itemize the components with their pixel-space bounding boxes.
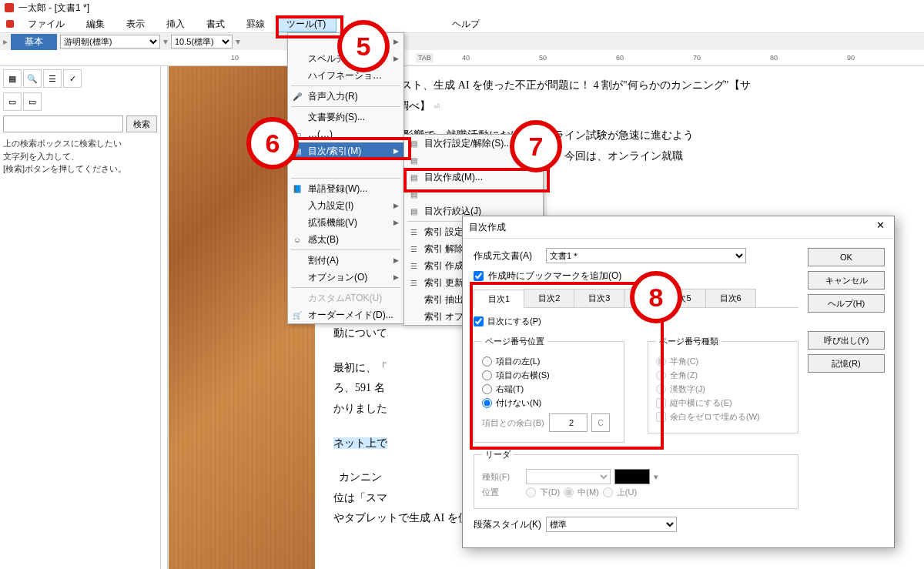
pp-left-radio[interactable] [482, 356, 492, 367]
font-select[interactable]: 游明朝(標準) [60, 35, 160, 49]
close-icon[interactable]: ✕ [872, 219, 888, 235]
menu-ruler[interactable]: 罫線 [236, 16, 276, 32]
menu-tools[interactable]: ツール(T) [276, 16, 336, 32]
search-input[interactable] [3, 115, 123, 132]
cart-icon: 🛒 [291, 309, 303, 321]
dict-icon: 📘 [291, 182, 303, 195]
search-button[interactable]: 検索 [126, 115, 157, 132]
leader-type-select [526, 469, 611, 484]
tools-item-hyphen[interactable]: ハイフネーショ… [288, 67, 403, 84]
dialog-title: 目次作成 [469, 221, 506, 234]
vertical-ruler [161, 66, 168, 569]
pt-zen-radio [656, 370, 666, 380]
make-toc-checkbox[interactable] [474, 316, 484, 326]
tab-toc6[interactable]: 目次6 [705, 289, 756, 307]
gap-input[interactable] [549, 413, 588, 432]
menu-help[interactable]: ヘルプ [441, 16, 490, 32]
tab-toc3[interactable]: 目次3 [574, 289, 624, 307]
tools-item-kanta[interactable]: ☺感太(B) [288, 231, 403, 248]
src-label: 作成元文書(A) [474, 249, 541, 263]
tools-item-summary[interactable]: 文書要約(S)... [288, 109, 403, 126]
pp-none-radio[interactable] [482, 398, 492, 408]
annotation-circle-7: 7 [510, 120, 562, 172]
tools-item-order[interactable]: 🛒オーダーメイド(D)... [288, 306, 403, 323]
ruler: TAB 10 20 30 40 50 60 70 80 90 [0, 50, 924, 66]
annotation-circle-5: 5 [337, 20, 390, 72]
make-toc-label: 目次にする(P) [487, 316, 541, 327]
tools-item-toc-index[interactable]: ▤目次/索引(M)▶ [288, 142, 403, 159]
titlebar: 一太郎 - [文書1 *] [0, 0, 924, 15]
pt-tate-check [656, 398, 666, 408]
sidebar: ▦ 🔍 ☰ ✓ ▭ ▭ 検索 上の検索ボックスに検索したい 文字列を入力して、 … [0, 66, 161, 569]
app-icon [6, 20, 14, 28]
gap-unit-button[interactable]: C [591, 413, 610, 432]
size-select[interactable]: 10.5(標準) [171, 35, 233, 49]
menu-insert[interactable]: 挿入 [156, 16, 196, 32]
recall-button[interactable]: 呼び出し(Y) [808, 331, 885, 350]
annotation-circle-6: 6 [246, 117, 299, 169]
toc-item-create[interactable]: ▤目次作成(M)... [404, 169, 543, 186]
tool-icon-2[interactable]: ▭ [23, 92, 42, 111]
parastyle-label: 段落スタイル(K) [474, 518, 541, 531]
menu-format[interactable]: 書式 [196, 16, 236, 32]
lp-up-radio [603, 487, 613, 497]
help-button[interactable]: ヘルプ(H) [808, 294, 885, 313]
tab-toc2[interactable]: 目次2 [524, 289, 574, 307]
tools-item-option[interactable]: オプション(O)▶ [288, 269, 403, 286]
tools-item-ext[interactable]: 拡張機能(V)▶ [288, 214, 403, 231]
toolbar: ▸ 基本 游明朝(標準) ▾ 10.5(標準) ▾ [0, 33, 924, 50]
tools-item-proof[interactable]: ▭…(…) [288, 126, 403, 142]
menu-addin[interactable] [389, 22, 441, 25]
pt-kan-radio [656, 384, 666, 394]
list-view-icon[interactable]: ☰ [43, 69, 62, 88]
bookmark-checkbox[interactable] [474, 271, 484, 281]
pt-han-radio [656, 356, 666, 367]
search-view-icon[interactable]: 🔍 [23, 69, 42, 88]
lp-down-radio [526, 487, 536, 497]
apply-icon[interactable]: ✓ [63, 69, 82, 88]
store-button[interactable]: 記憶(R) [808, 354, 885, 373]
tools-item-input[interactable]: 入力設定(I)▶ [288, 197, 403, 214]
ruler-tab-marker: TAB [416, 53, 434, 62]
pp-edge-radio[interactable] [482, 384, 492, 394]
tools-item-word[interactable]: 📘単語登録(W)... [288, 180, 403, 197]
toolbar-basic-label[interactable]: 基本 [11, 34, 57, 50]
cancel-button[interactable]: キャンセル [808, 271, 885, 290]
toc-create-dialog: 目次作成 ✕ 作成元文書(A) 文書1＊ 作成時にブックマークを追加(O) 目次… [462, 216, 895, 548]
lp-mid-radio [564, 487, 574, 497]
bookmark-label: 作成時にブックマークを追加(O) [488, 269, 621, 283]
thumbnail-view-icon[interactable]: ▦ [3, 69, 22, 88]
window-title: 一太郎 - [文書1 *] [18, 2, 89, 15]
page-pos-group: ページ番号位置 項目の左(L) 項目の右横(S) 右端(T) 付けない(N) 項… [474, 336, 624, 443]
pt-zero-check [656, 412, 666, 422]
pp-right-radio[interactable] [482, 370, 492, 380]
mic-icon: 🎤 [291, 90, 303, 102]
ok-button[interactable]: OK [808, 248, 885, 266]
menu-file[interactable]: ファイル [17, 16, 75, 32]
tab-toc1[interactable]: 目次1 [474, 290, 524, 308]
tool-icon-1[interactable]: ▭ [3, 92, 22, 111]
toc-item-update[interactable]: ▤ [404, 186, 543, 202]
leader-color-swatch[interactable] [614, 469, 650, 484]
tools-item-voice[interactable]: 🎤音声入力(R) [288, 88, 403, 105]
menu-view[interactable]: 表示 [116, 16, 156, 32]
tools-menu: ▶ スペルチ…▶ ハイフネーショ… 🎤音声入力(R) 文書要約(S)... ▭…… [287, 32, 404, 324]
tools-item-gallery[interactable] [288, 159, 403, 176]
menu-edit[interactable]: 編集 [75, 16, 116, 32]
tools-item-warituke[interactable]: 割付(A)▶ [288, 252, 403, 269]
leader-group: リーダ 種類(F) ▾ 位置 下(D) 中(M) 上(U) [474, 449, 798, 509]
smile-icon: ☺ [291, 233, 303, 246]
search-hint: 上の検索ボックスに検索したい 文字列を入力して、 [検索]ボタンを押してください… [3, 137, 157, 176]
parastyle-select[interactable]: 標準 [546, 517, 677, 532]
annotation-circle-8: 8 [630, 271, 682, 323]
tools-item-atok[interactable]: カスタムATOK(U) [288, 290, 403, 306]
app-logo-icon [5, 3, 14, 12]
menubar: ファイル 編集 表示 挿入 書式 罫線 ツール(T) ヘルプ [0, 15, 924, 33]
src-select[interactable]: 文書1＊ [546, 248, 746, 263]
page-type-group: ページ番号種類 半角(C) 全角(Z) 漢数字(J) 縦中横にする(E) 余白を… [648, 336, 798, 433]
